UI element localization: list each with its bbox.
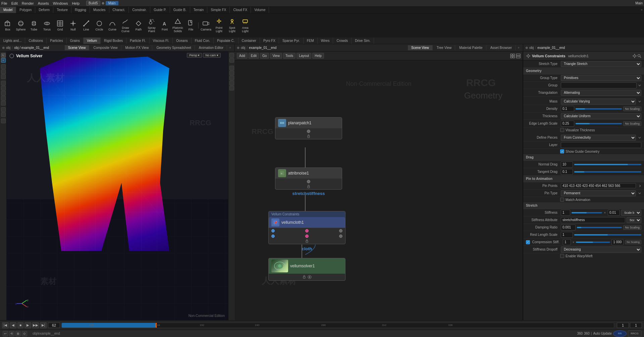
normal-drag-input[interactable]: [561, 161, 573, 167]
props-path-icon[interactable]: ⊕: [525, 46, 528, 50]
compression-slider[interactable]: [576, 242, 610, 243]
mass-expand-icon[interactable]: [638, 100, 641, 103]
tab-drive-sim[interactable]: Drive Sim.: [352, 38, 374, 44]
ne-tab-scene[interactable]: Scene View: [408, 45, 433, 50]
view-tab-anim[interactable]: Animation Editor: [196, 45, 227, 50]
ne-btn-help[interactable]: Help: [312, 53, 324, 59]
stiffness-slider[interactable]: [572, 212, 602, 213]
port-vc-out-1[interactable]: [271, 234, 275, 238]
tab-volume[interactable]: Volume: [251, 7, 269, 13]
tab-container[interactable]: Container: [238, 38, 260, 44]
tangent-drag-input[interactable]: [561, 169, 573, 175]
tool-torus[interactable]: Torus: [41, 15, 53, 36]
tool-circle[interactable]: Circle: [93, 15, 106, 36]
status-btn-3[interactable]: ⊞: [15, 331, 21, 336]
view-tab-motionfx[interactable]: Motion FX View: [122, 45, 153, 50]
port-vc-in-2[interactable]: [305, 229, 309, 232]
tl-btn-prev[interactable]: ◀: [10, 322, 16, 328]
side-tool-6[interactable]: [1, 81, 6, 85]
stretch-type-dropdown[interactable]: Triangle Stretch: [561, 61, 641, 67]
tab-crowds[interactable]: Crowds: [333, 38, 352, 44]
tab-rigid-bodies[interactable]: Rigid Bodies: [101, 38, 126, 44]
side-tool-4[interactable]: [1, 69, 6, 74]
cam-dropdown[interactable]: No cam ▾: [203, 53, 221, 58]
ne-btn-tools[interactable]: Tools: [283, 53, 296, 59]
tab-deform[interactable]: Deform: [35, 7, 53, 13]
tool-tube[interactable]: Tube: [28, 15, 40, 36]
persp-dropdown[interactable]: Persp ▾: [187, 53, 202, 58]
node-planarpatch1[interactable]: planarpatch1: [275, 117, 342, 139]
tab-terrain[interactable]: Terrain: [190, 7, 208, 13]
normal-drag-slider[interactable]: [574, 164, 641, 165]
rs-tool-3[interactable]: [229, 66, 234, 70]
ne-btn-view[interactable]: View: [270, 53, 282, 59]
tab-cloudfx[interactable]: Cloud FX: [230, 7, 251, 13]
tab-oceans[interactable]: Oceans: [173, 38, 191, 44]
tool-curve[interactable]: Curve: [106, 15, 119, 36]
side-tool-8[interactable]: [1, 91, 6, 95]
vis-thickness-checkbox[interactable]: [560, 128, 564, 132]
viewport-3d[interactable]: Vellum Solver Persp ▾ No cam ▾: [7, 52, 228, 320]
tool-line[interactable]: Line: [80, 15, 93, 36]
tab-guideb[interactable]: Guide B.: [170, 7, 190, 13]
side-tool-13[interactable]: [1, 119, 6, 123]
tool-path[interactable]: Path: [132, 15, 145, 36]
stiffness-max-input[interactable]: [608, 210, 620, 216]
side-tool-11[interactable]: [1, 107, 6, 112]
rs-tool-4[interactable]: [229, 71, 234, 75]
group-arrow-icon[interactable]: [638, 84, 641, 87]
view-tab-geo-spread[interactable]: Geometry Spreadsheet: [153, 45, 195, 50]
frame-current-input[interactable]: 62: [48, 323, 60, 328]
menu-item-edit[interactable]: Edit: [11, 1, 18, 5]
tool-point-light[interactable]: Point Light: [213, 15, 225, 36]
rs-tool-7[interactable]: [229, 86, 234, 90]
stiffness-attr-scale[interactable]: Scale: [627, 217, 641, 223]
port-vc-out-3[interactable]: [339, 234, 342, 238]
side-tool-3[interactable]: [1, 64, 6, 69]
tab-rigging[interactable]: Rigging: [71, 7, 90, 13]
tool-spot-light[interactable]: Spot Light: [226, 15, 238, 36]
pin-points-expand[interactable]: [638, 184, 641, 188]
tab-viscous[interactable]: Viscous Fl.: [150, 38, 173, 44]
rs-tool-1[interactable]: [229, 53, 234, 58]
node-attribnoise1[interactable]: ≈ attribnoise1: [275, 167, 342, 190]
group-type-dropdown[interactable]: Primitives: [561, 75, 641, 81]
port-vc-in-1[interactable]: [271, 229, 275, 232]
menu-item-render[interactable]: Render: [22, 1, 34, 5]
node-vellumcloth1[interactable]: Vellum Constraints 📌 vellumcloth1: [268, 211, 345, 244]
define-pieces-dropdown[interactable]: From Connectivity: [561, 135, 636, 141]
add-ne-tab-btn[interactable]: +: [516, 45, 521, 50]
tab-charact[interactable]: Charact.: [109, 7, 129, 13]
layer-input[interactable]: [561, 142, 641, 148]
tool-area-light[interactable]: Area Light: [239, 15, 252, 36]
pin-type-expand[interactable]: [638, 192, 641, 195]
stiffness-input[interactable]: [561, 210, 570, 216]
ne-tab-material[interactable]: Material Palette: [456, 45, 486, 50]
tab-particles[interactable]: Particles: [47, 38, 66, 44]
tab-fem[interactable]: FEM: [304, 38, 318, 44]
ne-tab-tree[interactable]: Tree View: [433, 45, 455, 50]
menu-item-assets[interactable]: Assets: [38, 1, 49, 5]
show-guide-checkbox[interactable]: ✓: [560, 149, 564, 153]
stiffness-dropoff-dropdown[interactable]: Decreasing: [561, 247, 641, 253]
ne-btn-add[interactable]: Add: [237, 53, 248, 59]
tab-grains[interactable]: Grains: [67, 38, 84, 44]
side-tool-9[interactable]: [1, 96, 6, 100]
ne-tab-asset[interactable]: Asset Browser: [487, 45, 516, 50]
damping-input[interactable]: [561, 224, 576, 230]
tab-fluid[interactable]: Fluid Con.: [192, 38, 214, 44]
viewport-path-icon[interactable]: ⊕: [2, 46, 5, 50]
side-tool-10[interactable]: [1, 101, 6, 106]
ne-btn-edit[interactable]: Edit: [249, 53, 259, 59]
rest-length-input[interactable]: [561, 232, 573, 238]
rs-tool-5[interactable]: [229, 76, 234, 80]
stiffness-attr-input[interactable]: [561, 217, 625, 223]
tool-sphere[interactable]: Sphere: [14, 15, 27, 36]
tab-constraints[interactable]: Constrair.: [129, 7, 150, 13]
tl-btn-start[interactable]: |◀: [2, 322, 9, 328]
menu-item-file[interactable]: File: [1, 1, 7, 5]
match-anim-checkbox[interactable]: [560, 198, 564, 202]
tab-populate[interactable]: Populate C.: [214, 38, 238, 44]
group-input[interactable]: [561, 82, 637, 88]
ne-btn-go[interactable]: Go: [260, 53, 269, 59]
